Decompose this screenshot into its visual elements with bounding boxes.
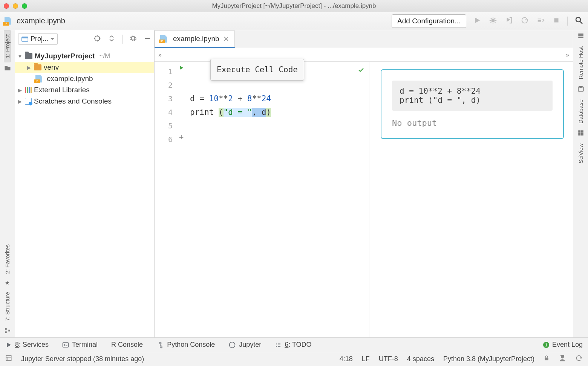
ipynb-file-icon: IP — [160, 35, 167, 43]
nav-breadcrumb: IP example.ipynb — [5, 17, 65, 25]
line-number: 6 — [155, 133, 173, 146]
tool-todo[interactable]: 6: TODO — [275, 341, 311, 349]
divider — [567, 17, 568, 26]
target-icon[interactable] — [93, 35, 101, 44]
window-title: MyJupyterProject [~/MyJupyterProject] - … — [0, 2, 588, 10]
tree-scratches[interactable]: ▶ Scratches and Consoles — [15, 96, 154, 107]
tool-structure-tab[interactable]: 7: Structure — [4, 288, 11, 325]
tool-rconsole[interactable]: R Console — [111, 341, 143, 349]
collapse-icon[interactable] — [108, 35, 115, 44]
crumb-left[interactable]: » — [158, 52, 162, 58]
project-panel-header: Proj... — [15, 30, 154, 48]
tool-eventlog[interactable]: 1 Event Log — [543, 341, 583, 349]
svg-rect-10 — [578, 34, 583, 35]
add-cell-icon[interactable]: + — [179, 133, 184, 142]
tab-label: example.ipynb — [173, 35, 219, 43]
close-icon[interactable]: ✕ — [223, 35, 229, 43]
tool-pyconsole[interactable]: Python Console — [156, 341, 215, 349]
tree-item-label: example.ipynb — [47, 75, 93, 83]
line-number: 2 — [155, 78, 173, 92]
cell-preview-card[interactable]: d = 10**2 + 8**24 print ("d = ", d) No o… — [381, 69, 564, 139]
preview-pane: d = 10**2 + 8**24 print ("d = ", d) No o… — [369, 62, 573, 337]
titlebar: MyJupyterProject [~/MyJupyterProject] - … — [0, 0, 588, 12]
editor-tabs: IP example.ipynb ✕ — [155, 30, 573, 48]
tool-database-tab[interactable]: Database — [577, 96, 584, 127]
project-icon — [4, 64, 11, 73]
interpreter[interactable]: Python 3.8 (MyJupyterProject) — [443, 355, 534, 363]
line-separator[interactable]: LF — [362, 355, 370, 363]
tree-root[interactable]: ▼ MyJupyterProject ~/M — [15, 50, 154, 62]
svg-rect-2 — [554, 18, 559, 23]
tree-external-libs[interactable]: ▶ External Libraries — [15, 84, 154, 96]
cursor-position[interactable]: 4:18 — [340, 355, 353, 363]
run-icon[interactable] — [473, 16, 481, 26]
caret-right-icon[interactable]: ▶ — [17, 99, 23, 104]
tree-item-label: External Libraries — [34, 86, 90, 94]
project-view-selector[interactable]: Proj... — [18, 33, 58, 45]
svg-rect-21 — [545, 358, 548, 360]
lock-icon[interactable] — [544, 355, 550, 363]
sciview-icon — [577, 130, 584, 137]
tool-terminal[interactable]: Terminal — [62, 341, 98, 349]
hide-icon[interactable] — [144, 35, 151, 44]
project-path: ~/M — [99, 52, 110, 60]
debug-icon[interactable] — [489, 16, 497, 26]
tool-remote-tab[interactable]: Remote Host — [577, 43, 584, 83]
tooltip-execute-cell: Execute Cell Code — [210, 59, 304, 81]
tool-window-toggle-icon[interactable] — [5, 355, 12, 363]
remote-host-icon — [577, 32, 584, 40]
stop-icon[interactable] — [552, 16, 560, 26]
scratch-icon — [25, 98, 32, 105]
gear-icon[interactable] — [129, 35, 137, 44]
tree-venv[interactable]: ▶ venv — [15, 62, 154, 73]
svg-rect-23 — [560, 355, 564, 356]
code-lines[interactable]: Execute Cell Code d = 10**2 + 8**24 prin… — [188, 62, 369, 337]
tool-jupyter[interactable]: Jupyter — [228, 341, 261, 349]
inspection-ok-icon — [358, 64, 364, 78]
svg-rect-20 — [6, 355, 11, 361]
tool-services[interactable]: 8: Services — [5, 341, 49, 349]
run-gutter: + — [175, 62, 188, 337]
search-icon[interactable] — [574, 16, 583, 26]
structure-icon — [4, 327, 11, 335]
project-tree[interactable]: ▼ MyJupyterProject ~/M ▶ venv IP example… — [15, 48, 154, 109]
preview-code: d = 10**2 + 8**24 print ("d = ", d) — [392, 81, 553, 111]
star-icon: ★ — [5, 280, 10, 286]
tool-sciview-tab[interactable]: SciView — [577, 140, 584, 167]
tool-project-tab[interactable]: 1: Project — [4, 30, 11, 62]
crumb-right[interactable]: » — [566, 52, 569, 58]
ipynb-file-icon: IP — [35, 75, 42, 82]
run-cell-icon[interactable] — [175, 65, 188, 78]
caret-right-icon[interactable]: ▶ — [26, 65, 32, 70]
tool-favorites-tab[interactable]: 2: Favorites — [4, 241, 11, 278]
right-tool-gutter: Remote Host Database SciView — [573, 30, 588, 337]
code-editor[interactable]: 1 2 3 4 5 6 + — [155, 62, 369, 337]
project-panel: Proj... ▼ MyJupyterProject ~/M ▶ ven — [15, 30, 155, 337]
ide-features-icon[interactable] — [559, 354, 566, 364]
no-output-label: No output — [392, 118, 553, 128]
line-number: 3 — [155, 92, 173, 105]
code-line-4[interactable]: print ("d = ", d) — [190, 105, 365, 119]
libraries-icon — [25, 87, 32, 93]
tree-file-example[interactable]: IP example.ipynb — [15, 73, 154, 84]
sync-icon[interactable] — [575, 354, 583, 364]
svg-rect-5 — [5, 331, 7, 333]
attach-icon[interactable] — [536, 16, 545, 26]
top-toolbar: IP example.ipynb Add Configuration... — [0, 12, 588, 30]
caret-down-icon[interactable]: ▼ — [17, 53, 23, 59]
indent[interactable]: 4 spaces — [407, 355, 434, 363]
editor-tab-example[interactable]: IP example.ipynb ✕ — [155, 30, 235, 48]
encoding[interactable]: UTF-8 — [379, 355, 398, 363]
svg-point-3 — [576, 17, 580, 22]
tree-item-label: venv — [44, 63, 59, 72]
project-view-label: Proj... — [31, 35, 48, 43]
add-configuration-button[interactable]: Add Configuration... — [392, 14, 466, 28]
line-number: 4 — [155, 105, 173, 119]
profiler-icon[interactable] — [521, 16, 529, 26]
caret-right-icon[interactable]: ▶ — [17, 87, 23, 93]
svg-rect-14 — [578, 130, 580, 133]
coverage-icon[interactable] — [505, 16, 513, 26]
code-line-3[interactable]: d = 10**2 + 8**24 — [190, 92, 365, 105]
svg-rect-12 — [578, 37, 583, 38]
line-number: 1 — [155, 65, 173, 78]
